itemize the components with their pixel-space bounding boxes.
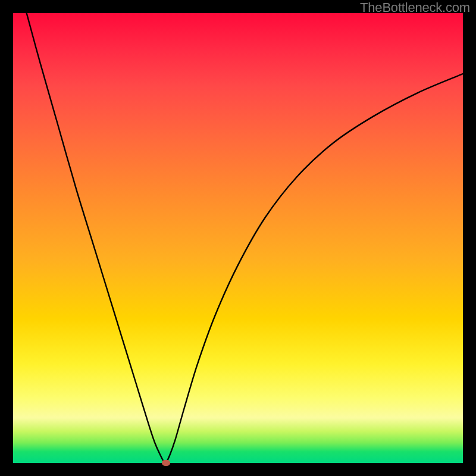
optimum-marker (162, 460, 170, 466)
chart-frame: TheBottleneck.com (0, 0, 476, 476)
watermark-label: TheBottleneck.com (360, 0, 470, 15)
plot-area (13, 13, 463, 463)
bottleneck-curve (13, 13, 463, 463)
